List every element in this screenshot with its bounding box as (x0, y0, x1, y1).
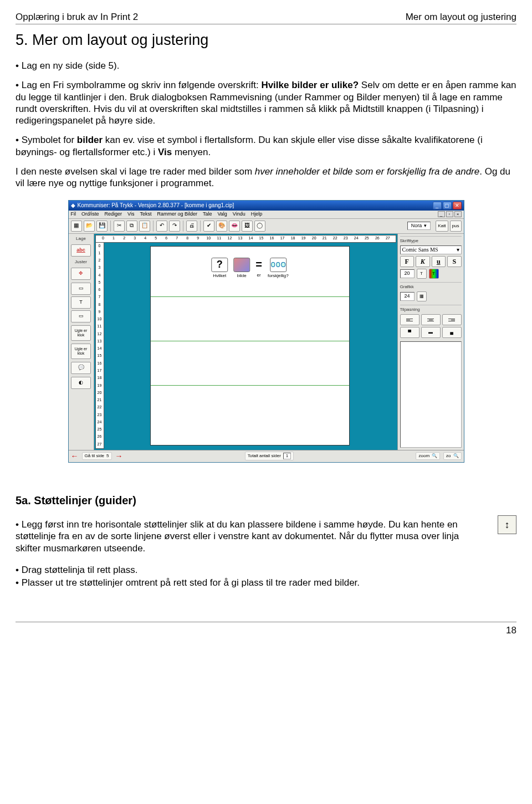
next-page-arrow-icon[interactable]: → (115, 452, 123, 462)
font-family-dropdown[interactable]: Comic Sans MS ▾ (400, 245, 462, 255)
create-textframe-button[interactable]: abc (71, 244, 91, 257)
bullet-place-three-guides: Plasser ut tre støttelinjer omtrent på r… (16, 577, 516, 588)
toolbar-copy-icon[interactable]: ⧉ (126, 221, 137, 232)
doc-minimize-button[interactable]: _ (438, 211, 445, 217)
prev-page-arrow-icon[interactable]: ← (71, 452, 79, 462)
menu-rammer-bilder[interactable]: Rammer og Bilder (157, 211, 197, 217)
titlebar[interactable]: ◆ Kommuniser: På Trykk - Versjon 2.80.37… (69, 201, 464, 211)
header-left: Opplæring i bruk av In Print 2 (16, 11, 138, 23)
different-icon (270, 258, 287, 272)
guide-line[interactable] (151, 296, 349, 297)
font-size-input[interactable]: 20 (400, 269, 415, 278)
minimize-button[interactable]: _ (433, 202, 442, 209)
toolbar-pus-button[interactable]: pus (450, 221, 462, 232)
subsection-title: 5a. Støttelinjer (guider) (16, 494, 516, 508)
ruler-tick: 7 (172, 236, 182, 241)
total-pages-block: Totalt antall sider 1 (245, 452, 294, 460)
menu-tekst[interactable]: Tekst (140, 211, 151, 217)
doc-close-button[interactable]: × (454, 211, 462, 217)
ruler-tick: 13 (235, 236, 245, 241)
align-center-button[interactable] (421, 314, 441, 325)
menu-hjelp[interactable]: Hjelp (251, 211, 263, 217)
underline-button[interactable]: u (432, 256, 446, 267)
menu-vindu[interactable]: Vindu (233, 211, 245, 217)
toolbar-spellcheck-icon[interactable]: ✔ (203, 221, 214, 232)
toolbar-new-icon[interactable]: ▦ (71, 221, 82, 232)
symbol-title-row[interactable]: ? Hvilket bilde = er (211, 258, 288, 279)
shape-tool-button[interactable]: ▭ (71, 310, 91, 322)
toolbar-undo-icon[interactable]: ↶ (156, 221, 167, 232)
menu-valg[interactable]: Valg (217, 211, 227, 217)
zoom-label-2: zo (446, 453, 451, 459)
para1-prefix: • Lag en Fri symbolramme og skriv inn fø… (16, 80, 261, 90)
ruler-tick: 2 (96, 258, 104, 263)
goto-page-label: Gå til side (85, 453, 105, 459)
frame-tool-button[interactable]: ▭ (71, 283, 91, 295)
toolbar-redo-icon[interactable]: ↷ (169, 221, 180, 232)
text-tool-button[interactable]: T (71, 296, 91, 309)
menu-vis[interactable]: Vis (127, 211, 134, 217)
search-box[interactable]: Nora ▾ (407, 222, 431, 230)
graphic-size-input[interactable]: 24 (400, 292, 415, 300)
para2-bold2: Vis (158, 147, 172, 157)
toolbar-speak-icon[interactable]: 👄 (229, 221, 240, 232)
ruler-tick: 2 (119, 236, 130, 241)
doc-restore-button[interactable]: ▫ (446, 211, 453, 217)
graphic-color-icon[interactable]: ▦ (417, 291, 427, 301)
para2-bold1: bilder (77, 135, 103, 145)
ruler-tick: 13 (96, 339, 104, 344)
ruler-tick: 4 (96, 273, 104, 278)
ruler-tick: 7 (96, 295, 104, 300)
adjust-arrows-button[interactable]: ✥ (71, 268, 91, 280)
toolbar-save-icon[interactable]: 💾 (96, 221, 108, 232)
ruler-tick: 14 (245, 236, 256, 241)
menu-fil[interactable]: Fil (71, 211, 76, 217)
para3-prefix: I den neste øvelsen skal vi lage tre rad… (16, 166, 255, 177)
valign-middle-button[interactable]: ▬ (421, 327, 441, 338)
toolbar-insert-image-icon[interactable]: 🖼 (242, 221, 253, 232)
valign-bottom-button[interactable]: ▄ (442, 327, 462, 338)
toolbar-print-icon[interactable]: 🖨 (186, 221, 197, 232)
contrast-button[interactable]: ◐ (71, 377, 91, 389)
statusbar: ← Gå til side 5 → Totalt antall sider 1 … (69, 450, 464, 463)
zoom-in-block[interactable]: zoom 🔍 (416, 452, 440, 460)
menu-tale[interactable]: Tale (203, 211, 212, 217)
picture-icon (233, 258, 250, 272)
ruler-tick: 10 (203, 236, 214, 241)
maximize-button[interactable]: ▢ (443, 202, 452, 209)
goto-page-block[interactable]: Gå til side 5 (82, 452, 112, 460)
toolbar-katt-button[interactable]: Katt (436, 221, 448, 232)
align-left-button[interactable] (400, 314, 420, 325)
toolbar-cut-icon[interactable]: ✂ (114, 221, 125, 232)
grafikk-section-title: Grafikk (400, 284, 462, 290)
vertical-ruler[interactable]: 0123456789101112131415161718192021222324… (95, 243, 104, 449)
guide-line[interactable] (151, 385, 349, 386)
owl-example-2-button[interactable]: Ugle er klok (71, 344, 91, 359)
speech-bubble-button[interactable]: 💬 (71, 362, 91, 374)
italic-button[interactable]: K (416, 256, 430, 267)
canvas[interactable]: ? Hvilket bilde = er (104, 243, 396, 449)
align-right-button[interactable] (442, 314, 462, 325)
toolbar-color-icon[interactable]: 🎨 (216, 221, 227, 232)
ruler-tick: 5 (96, 280, 104, 285)
toolbar-open-icon[interactable]: 📂 (84, 221, 95, 232)
ruler-tick: 19 (298, 236, 309, 241)
shadow-button[interactable]: S (447, 256, 462, 267)
valign-top-button[interactable]: ▀ (400, 327, 420, 338)
menu-rediger[interactable]: Rediger (105, 211, 122, 217)
bold-button[interactable]: F (400, 256, 415, 267)
toolbar-separator (200, 221, 201, 232)
zoom-out-block[interactable]: zo 🔍 (443, 452, 461, 460)
search-dropdown-icon[interactable]: ▾ (424, 223, 427, 229)
guide-line[interactable] (151, 341, 349, 341)
text-color-icon[interactable]: T (417, 269, 427, 279)
page-footer: 18 (16, 622, 516, 636)
owl-example-1-button[interactable]: Ugle er klok (71, 325, 91, 341)
toolbar-paste-icon[interactable]: 📋 (139, 221, 150, 232)
toolbar-insert-shape-icon[interactable]: ◯ (254, 221, 265, 232)
page[interactable]: ? Hvilket bilde = er (150, 246, 350, 445)
horizontal-ruler[interactable]: 0123456789101112131415161718192021222324… (95, 235, 396, 243)
close-button[interactable]: ✕ (453, 202, 462, 209)
text-color-palette-icon[interactable]: T (429, 269, 439, 279)
menu-ordliste[interactable]: Ord/iste (81, 211, 99, 217)
